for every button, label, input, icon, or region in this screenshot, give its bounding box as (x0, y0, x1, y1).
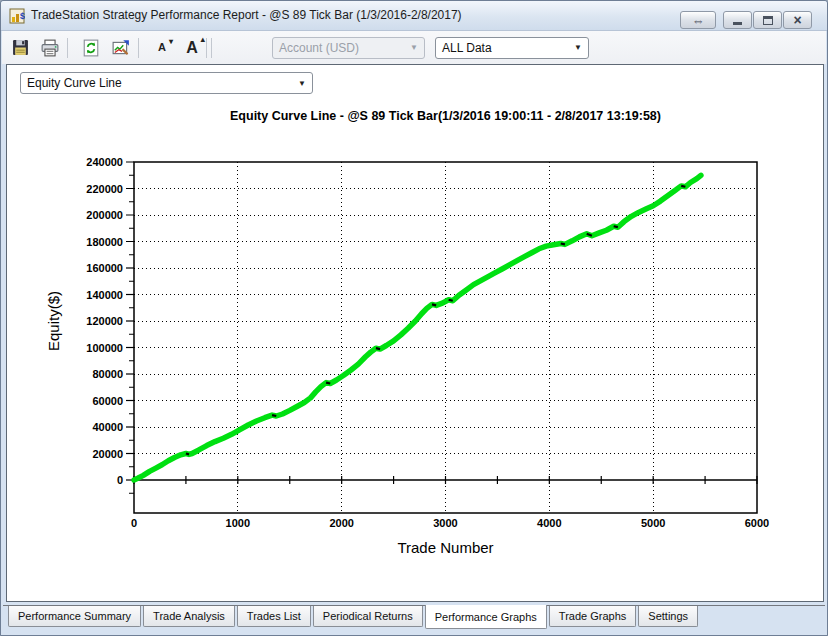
minimize-button[interactable] (723, 11, 752, 29)
chevron-down-icon: ▼ (574, 43, 582, 52)
chevron-down-icon: ▼ (298, 79, 306, 88)
maximize-icon (763, 16, 773, 25)
close-button[interactable]: × (783, 11, 812, 29)
toolbar-separator (206, 38, 207, 58)
y-tick-label: 20000 (92, 448, 123, 460)
maximize-button[interactable] (753, 11, 782, 29)
x-tick-label: 5000 (641, 517, 665, 529)
format-properties-icon (112, 39, 130, 57)
svg-text:$: $ (20, 11, 25, 21)
drawdown-segment (614, 226, 618, 227)
drawdown-segment (376, 348, 380, 349)
account-dropdown: Account (USD) ▼ (272, 37, 425, 59)
toolbar-separator (211, 38, 212, 58)
tradestation-report-window: $ TradeStation Strategy Performance Repo… (0, 0, 828, 636)
y-tick-label: 180000 (86, 236, 123, 248)
equity-curve (134, 175, 701, 480)
tab-performance-graphs[interactable]: Performance Graphs (425, 605, 547, 629)
print-icon (41, 39, 59, 57)
print-button[interactable] (38, 36, 62, 60)
drawdown-segment (449, 300, 453, 301)
y-tick-label: 220000 (86, 183, 123, 195)
y-tick-label: 80000 (92, 368, 123, 380)
report-content: Equity Curve Line ▼ Equity Curve Line - … (6, 64, 824, 602)
minimize-icon (733, 22, 742, 25)
account-dropdown-value: Account (USD) (279, 41, 359, 55)
toolbar: A▾ A▴ Account (USD) ▼ ALL Data ▼ (2, 31, 826, 64)
drawdown-segment (561, 243, 565, 244)
refresh-button[interactable] (79, 36, 103, 60)
equity-curve-chart: 0200004000060000800001000001200001400001… (7, 123, 825, 593)
toolbar-separator (138, 38, 139, 58)
y-axis-title: Equity($) (45, 291, 62, 351)
detach-icon: ⇔ (692, 14, 705, 27)
app-icon: $ (9, 8, 25, 24)
increase-font-button[interactable]: A▴ (180, 36, 204, 60)
tab-bar: Performance Summary Trade Analysis Trade… (3, 605, 825, 632)
x-tick-label: 2000 (329, 517, 353, 529)
increase-font-icon: A▴ (186, 40, 198, 56)
x-tick-label: 1000 (226, 517, 250, 529)
drawdown-segment (326, 383, 330, 384)
drawdown-segment (681, 186, 685, 187)
drawdown-segment (272, 415, 276, 416)
title-bar: $ TradeStation Strategy Performance Repo… (1, 1, 827, 31)
tab-periodical-returns[interactable]: Periodical Returns (313, 606, 423, 627)
tab-settings[interactable]: Settings (638, 606, 698, 627)
data-range-dropdown-value: ALL Data (442, 41, 492, 55)
x-axis-title: Trade Number (397, 539, 493, 556)
drawdown-segment (186, 454, 189, 455)
y-tick-label: 160000 (86, 262, 123, 274)
chart-title: Equity Curve Line - @S 89 Tick Bar(1/3/2… (134, 109, 757, 123)
save-icon (12, 39, 29, 56)
tab-trades-list[interactable]: Trades List (237, 606, 311, 627)
y-tick-label: 240000 (86, 156, 123, 168)
x-tick-label: 6000 (745, 517, 769, 529)
x-tick-label: 0 (131, 517, 137, 529)
window-title: TradeStation Strategy Performance Report… (31, 8, 462, 22)
y-tick-label: 140000 (86, 289, 123, 301)
y-tick-label: 40000 (92, 421, 123, 433)
save-button[interactable] (8, 36, 32, 60)
data-range-dropdown[interactable]: ALL Data ▼ (435, 37, 589, 59)
tab-performance-summary[interactable]: Performance Summary (8, 606, 141, 627)
decrease-font-button[interactable]: A▾ (150, 36, 174, 60)
close-icon: × (793, 13, 801, 27)
decrease-font-icon: A▾ (158, 42, 166, 53)
y-tick-label: 120000 (86, 315, 123, 327)
tab-trade-graphs[interactable]: Trade Graphs (549, 606, 636, 627)
toolbar-separator (67, 38, 68, 58)
y-tick-label: 100000 (86, 342, 123, 354)
chevron-down-icon: ▼ (410, 43, 418, 52)
drawdown-segment (432, 304, 436, 305)
y-tick-label: 0 (117, 474, 123, 486)
report-type-dropdown-value: Equity Curve Line (27, 76, 122, 90)
x-tick-label: 3000 (433, 517, 457, 529)
y-tick-label: 200000 (86, 209, 123, 221)
y-tick-label: 60000 (92, 395, 123, 407)
format-properties-button[interactable] (109, 36, 133, 60)
refresh-icon (82, 39, 100, 57)
report-type-dropdown[interactable]: Equity Curve Line ▼ (20, 72, 313, 94)
tab-trade-analysis[interactable]: Trade Analysis (143, 606, 235, 627)
x-tick-label: 4000 (537, 517, 561, 529)
detach-window-button[interactable]: ⇔ (680, 11, 716, 29)
